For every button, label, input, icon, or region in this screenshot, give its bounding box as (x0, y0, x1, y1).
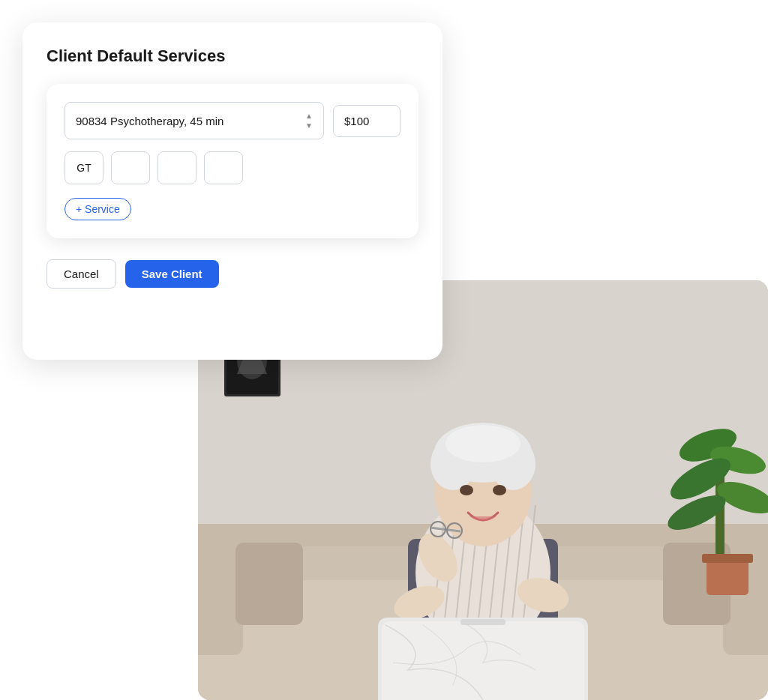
inner-card: 90834 Psychotherapy, 45 min ▲ ▼ $100 GT … (46, 84, 418, 238)
svg-rect-11 (236, 543, 303, 625)
price-field[interactable]: $100 (333, 105, 400, 137)
outer-card: Client Default Services 90834 Psychother… (22, 22, 442, 360)
modifier-box-1[interactable] (111, 151, 150, 184)
action-row: Cancel Save Client (46, 259, 418, 289)
cancel-button[interactable]: Cancel (46, 259, 116, 289)
card-title: Client Default Services (46, 46, 418, 66)
svg-point-33 (493, 485, 506, 495)
service-select-value: 90834 Psychotherapy, 45 min (76, 115, 224, 127)
svg-rect-38 (382, 621, 584, 700)
modifier-row: GT (64, 151, 400, 184)
svg-rect-47 (702, 554, 753, 563)
modifier-box-2[interactable] (158, 151, 196, 184)
add-service-button[interactable]: + Service (64, 198, 131, 220)
save-client-button[interactable]: Save Client (125, 260, 219, 288)
service-row: 90834 Psychotherapy, 45 min ▲ ▼ $100 (64, 102, 400, 139)
modifier-box-3[interactable] (204, 151, 243, 184)
svg-point-31 (446, 425, 520, 462)
select-arrow-icon: ▲ ▼ (305, 112, 313, 130)
svg-rect-46 (706, 558, 748, 595)
modifier-box-0[interactable]: GT (64, 151, 104, 184)
svg-point-32 (460, 485, 473, 495)
svg-rect-39 (460, 619, 506, 625)
service-select[interactable]: 90834 Psychotherapy, 45 min ▲ ▼ (64, 102, 324, 139)
